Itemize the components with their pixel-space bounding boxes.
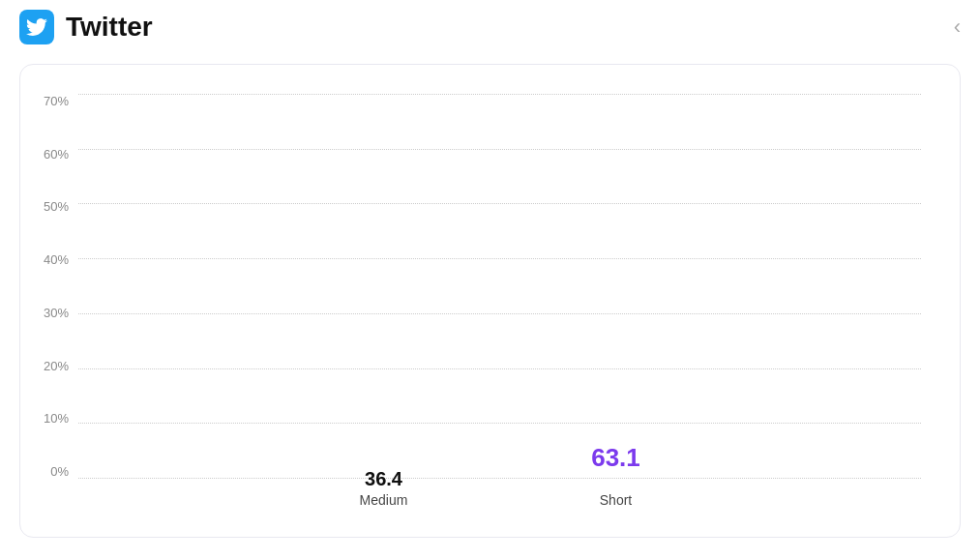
y-label-10: 10% [30, 411, 69, 426]
y-label-50: 50% [30, 199, 69, 214]
x-label-medium: Medium [307, 485, 461, 508]
y-label-70: 70% [30, 94, 69, 108]
y-label-60: 60% [30, 147, 69, 162]
twitter-logo-icon [19, 10, 54, 44]
x-labels: Medium Short [78, 485, 921, 508]
back-button[interactable]: ‹ [954, 15, 961, 40]
page-title: Twitter [66, 12, 153, 43]
chart-container: 70% 60% 50% 40% 30% 20% 10% 0% 36.4 [19, 64, 961, 538]
y-axis: 70% 60% 50% 40% 30% 20% 10% 0% [30, 94, 69, 479]
chart-area: 70% 60% 50% 40% 30% 20% 10% 0% 36.4 [78, 94, 921, 508]
y-label-30: 30% [30, 306, 69, 320]
bar-group-short: 63.1 [539, 443, 694, 479]
page-header: Twitter ‹ [0, 0, 980, 54]
bar-value-short-label: 63.1 [591, 443, 640, 473]
y-label-20: 20% [30, 359, 69, 373]
bars-area: 36.4 63.1 [78, 94, 921, 479]
x-label-short: Short [539, 485, 694, 508]
y-label-40: 40% [30, 252, 69, 267]
y-label-0: 0% [30, 464, 69, 479]
